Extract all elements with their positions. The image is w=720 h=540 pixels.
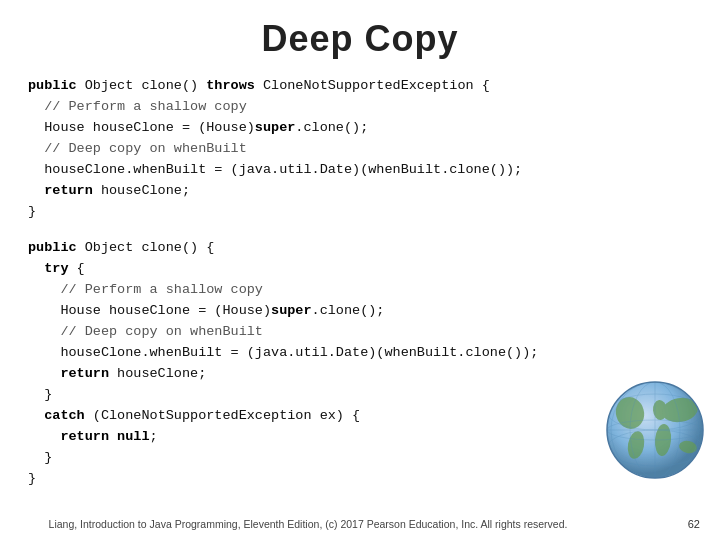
page-title: Deep Copy <box>0 0 720 70</box>
footer: Liang, Introduction to Java Programming,… <box>0 518 720 530</box>
code-line: } <box>28 202 692 223</box>
globe-decoration <box>600 375 710 485</box>
code-block-2: public Object clone() { try { // Perform… <box>28 238 692 489</box>
code-line: return houseClone; <box>28 364 692 385</box>
code-line: houseClone.whenBuilt = (java.util.Date)(… <box>28 160 692 181</box>
code-line: houseClone.whenBuilt = (java.util.Date)(… <box>28 343 692 364</box>
code-line: // Perform a shallow copy <box>28 97 692 118</box>
code-line: } <box>28 385 692 406</box>
code-line: // Deep copy on whenBuilt <box>28 322 692 343</box>
footer-page-number: 62 <box>676 518 700 530</box>
code-line: return null; <box>28 427 692 448</box>
code-line: House houseClone = (House)super.clone(); <box>28 118 692 139</box>
code-line: // Deep copy on whenBuilt <box>28 139 692 160</box>
code-block-1: public Object clone() throws CloneNotSup… <box>28 76 692 222</box>
code-line: } <box>28 448 692 469</box>
code-line: House houseClone = (House)super.clone(); <box>28 301 692 322</box>
code-line: // Perform a shallow copy <box>28 280 692 301</box>
code-line: catch (CloneNotSupportedException ex) { <box>28 406 692 427</box>
footer-text: Liang, Introduction to Java Programming,… <box>20 518 596 530</box>
code-line: try { <box>28 259 692 280</box>
code-line: return houseClone; <box>28 181 692 202</box>
code-line: } <box>28 469 692 490</box>
code-line: public Object clone() throws CloneNotSup… <box>28 76 692 97</box>
code-line: public Object clone() { <box>28 238 692 259</box>
